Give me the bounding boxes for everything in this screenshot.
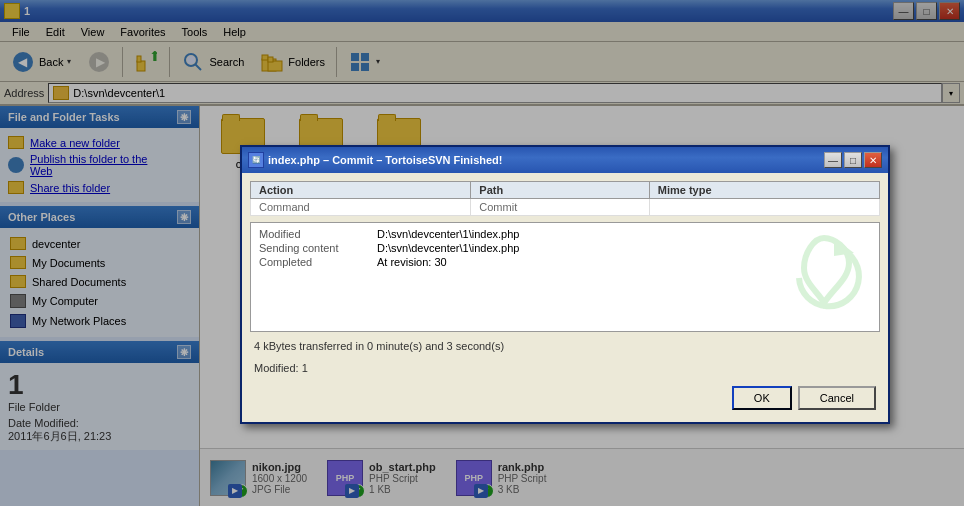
- log-sending-label: Sending content: [259, 242, 369, 254]
- log-modified-value: D:\svn\devcenter\1\index.php: [377, 228, 519, 240]
- svg-marker-18: [834, 238, 854, 256]
- modal-title-text: index.php – Commit – TortoiseSVN Finishe…: [268, 154, 822, 166]
- svn-commit-dialog: 🔄 index.php – Commit – TortoiseSVN Finis…: [240, 145, 890, 424]
- table-row-command: Command Commit: [251, 199, 880, 216]
- col-mime: Mime type: [649, 182, 879, 199]
- ok-button[interactable]: OK: [732, 386, 792, 410]
- col-action: Action: [251, 182, 471, 199]
- cmd-action: Command: [251, 199, 471, 216]
- cancel-button[interactable]: Cancel: [798, 386, 876, 410]
- log-modified-label: Modified: [259, 228, 369, 240]
- modal-close-button[interactable]: ✕: [864, 152, 882, 168]
- success-watermark: [779, 228, 869, 320]
- modal-minimize-button[interactable]: —: [824, 152, 842, 168]
- log-completed-label: Completed: [259, 256, 369, 268]
- modal-body: Action Path Mime type Command Commit Mod…: [242, 173, 888, 422]
- cmd-path: Commit: [471, 199, 649, 216]
- commit-table: Action Path Mime type Command Commit: [250, 181, 880, 216]
- transfer-status: 4 kBytes transferred in 0 minute(s) and …: [250, 338, 880, 354]
- log-sending-value: D:\svn\devcenter\1\index.php: [377, 242, 519, 254]
- col-path: Path: [471, 182, 649, 199]
- commit-log: Modified D:\svn\devcenter\1\index.php Se…: [250, 222, 880, 332]
- modal-window-icon: 🔄: [248, 152, 264, 168]
- modal-maximize-button[interactable]: □: [844, 152, 862, 168]
- modal-title-bar: 🔄 index.php – Commit – TortoiseSVN Finis…: [242, 147, 888, 173]
- modal-buttons: OK Cancel: [250, 382, 880, 414]
- modified-count: Modified: 1: [250, 360, 880, 376]
- log-completed-value: At revision: 30: [377, 256, 447, 268]
- cmd-mime: [649, 199, 879, 216]
